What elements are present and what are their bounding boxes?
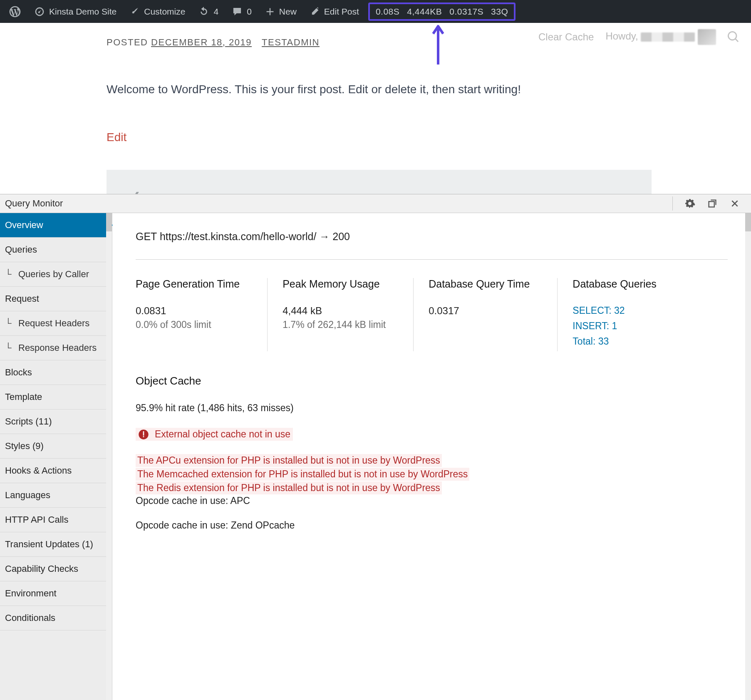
- stat-head-dbq: Database Queries: [573, 278, 657, 290]
- comments-count: 0: [247, 7, 252, 17]
- sidebar-item-environment[interactable]: Environment: [0, 581, 112, 606]
- sidebar-item-queries-by-caller[interactable]: Queries by Caller: [0, 262, 112, 287]
- updates-link[interactable]: 4: [192, 0, 225, 23]
- sidebar-item-transient-updates-1[interactable]: Transient Updates (1): [0, 532, 112, 557]
- post-date[interactable]: POSTED DECEMBER 18, 2019: [107, 37, 252, 48]
- post-author[interactable]: TESTADMIN: [262, 37, 320, 48]
- sidebar-item-scripts-11[interactable]: Scripts (11): [0, 410, 112, 434]
- sidebar-item-overview[interactable]: Overview: [0, 213, 112, 238]
- comments-link[interactable]: 0: [225, 0, 258, 23]
- stat-head-mem: Peak Memory Usage: [283, 278, 386, 290]
- stat-head-pgt: Page Generation Time: [136, 278, 240, 290]
- stat-dbtime: Database Query Time 0.0317: [413, 278, 557, 351]
- sidebar-item-languages[interactable]: Languages: [0, 483, 112, 508]
- customize-label: Customize: [144, 7, 185, 17]
- comment-icon: [232, 6, 243, 17]
- sidebar-item-queries[interactable]: Queries: [0, 238, 112, 262]
- dashboard-icon: [34, 6, 45, 17]
- warn-redis: The Redis extension for PHP is installed…: [136, 482, 442, 494]
- howdy-prefix: Howdy,: [605, 30, 641, 42]
- titlebar-separator: [672, 196, 673, 211]
- qm-titlebar: Query Monitor: [0, 194, 751, 213]
- request-line: GET https://test.kinsta.com/hello-world/…: [136, 231, 728, 243]
- edit-link[interactable]: Edit: [107, 131, 126, 144]
- stat-sub-mem: 1.7% of 262,144 kB limit: [283, 319, 386, 330]
- update-icon: [198, 6, 209, 17]
- sidebar-scrollbar[interactable]: [106, 213, 112, 700]
- customize-link[interactable]: Customize: [123, 0, 192, 23]
- qm-title: Query Monitor: [5, 198, 63, 209]
- warn-no-external-cache-text: External object cache not in use: [155, 429, 290, 440]
- stat-head-dqt: Database Query Time: [429, 278, 530, 290]
- qm-stat-mem: 4,444KB: [407, 7, 442, 17]
- search-icon[interactable]: [728, 31, 739, 43]
- sidebar-item-label: Response Headers: [18, 343, 97, 353]
- svg-rect-2: [143, 431, 144, 435]
- db-select-link[interactable]: SELECT: 32: [573, 305, 657, 316]
- close-button[interactable]: [729, 197, 741, 210]
- db-total-link[interactable]: Total: 33: [573, 336, 657, 347]
- opcode-zend: Opcode cache in use: Zend OPcache: [136, 520, 728, 531]
- header-right: Clear Cache Howdy,: [538, 23, 751, 51]
- pencil-icon: [310, 7, 320, 17]
- site-name-label: Kinsta Demo Site: [49, 7, 116, 17]
- settings-button[interactable]: [684, 197, 696, 210]
- howdy-user[interactable]: Howdy,: [605, 29, 716, 45]
- svg-rect-3: [143, 436, 144, 437]
- sidebar-item-request[interactable]: Request: [0, 287, 112, 311]
- new-link[interactable]: New: [258, 0, 303, 23]
- edit-post-link[interactable]: Edit Post: [303, 0, 366, 23]
- popout-button[interactable]: [706, 197, 719, 210]
- svg-rect-0: [709, 201, 714, 207]
- stat-val-mem: 4,444 kB: [283, 305, 386, 317]
- divider: [136, 259, 728, 260]
- avatar: [698, 29, 716, 45]
- plus-icon: [265, 7, 275, 17]
- stats-grid: Page Generation Time 0.0831 0.0% of 300s…: [136, 278, 728, 351]
- sidebar-item-conditionals[interactable]: Conditionals: [0, 606, 112, 630]
- sidebar-item-capability-checks[interactable]: Capability Checks: [0, 557, 112, 581]
- stat-page-gen: Page Generation Time 0.0831 0.0% of 300s…: [136, 278, 267, 351]
- close-icon: [730, 199, 739, 208]
- sidebar-item-template[interactable]: Template: [0, 385, 112, 410]
- wp-logo[interactable]: [2, 0, 27, 23]
- alert-icon: [138, 429, 149, 440]
- sidebar-item-label: Queries by Caller: [18, 269, 89, 279]
- qm-stat-qtime: 0.0317S: [449, 7, 483, 17]
- wordpress-icon: [9, 6, 21, 17]
- stat-sub-pgt: 0.0% of 300s limit: [136, 319, 240, 330]
- qm-stat-qcount: 33Q: [491, 7, 508, 17]
- gear-icon: [684, 198, 695, 209]
- sidebar-item-styles-9[interactable]: Styles (9): [0, 434, 112, 459]
- query-monitor-panel: Query Monitor OverviewQueriesQueries by …: [0, 194, 751, 700]
- username-blurred: [641, 32, 695, 42]
- qm-stat-time: 0.08S: [376, 7, 399, 17]
- main-scrollbar[interactable]: [745, 213, 751, 700]
- sidebar-item-label: Request Headers: [18, 318, 89, 328]
- stat-memory: Peak Memory Usage 4,444 kB 1.7% of 262,1…: [267, 278, 413, 351]
- stat-val-dqt: 0.0317: [429, 305, 530, 317]
- warn-no-external-cache: External object cache not in use: [136, 428, 293, 441]
- clear-cache-link[interactable]: Clear Cache: [538, 31, 594, 43]
- cache-hitrate: 95.9% hit rate (1,486 hits, 63 misses): [136, 402, 728, 414]
- sidebar-item-blocks[interactable]: Blocks: [0, 360, 112, 385]
- warn-memcached: The Memcached extension for PHP is insta…: [136, 468, 469, 481]
- warn-apcu: The APCu extension for PHP is installed …: [136, 454, 442, 467]
- popout-icon: [707, 199, 717, 209]
- post-content: Welcome to WordPress. This is your first…: [107, 80, 652, 98]
- db-insert-link[interactable]: INSERT: 1: [573, 320, 657, 332]
- sidebar-item-http-api-calls[interactable]: HTTP API Calls: [0, 508, 112, 532]
- sidebar-item-request-headers[interactable]: Request Headers: [0, 311, 112, 336]
- qm-sidebar: OverviewQueriesQueries by CallerRequestR…: [0, 213, 112, 700]
- wp-admin-bar: Kinsta Demo Site Customize 4 0 New Edit …: [0, 0, 751, 23]
- qm-admin-stats[interactable]: 0.08S 4,444KB 0.0317S 33Q: [368, 2, 516, 21]
- object-cache-heading: Object Cache: [136, 375, 728, 387]
- sidebar-item-hooks-actions[interactable]: Hooks & Actions: [0, 459, 112, 483]
- site-name[interactable]: Kinsta Demo Site: [27, 0, 123, 23]
- sidebar-item-response-headers[interactable]: Response Headers: [0, 336, 112, 360]
- opcode-apc: Opcode cache in use: APC: [136, 495, 728, 506]
- updates-count: 4: [213, 7, 218, 17]
- new-label: New: [279, 7, 297, 17]
- stat-dbqueries: Database Queries SELECT: 32 INSERT: 1 To…: [557, 278, 684, 351]
- qm-main: GET https://test.kinsta.com/hello-world/…: [112, 213, 751, 700]
